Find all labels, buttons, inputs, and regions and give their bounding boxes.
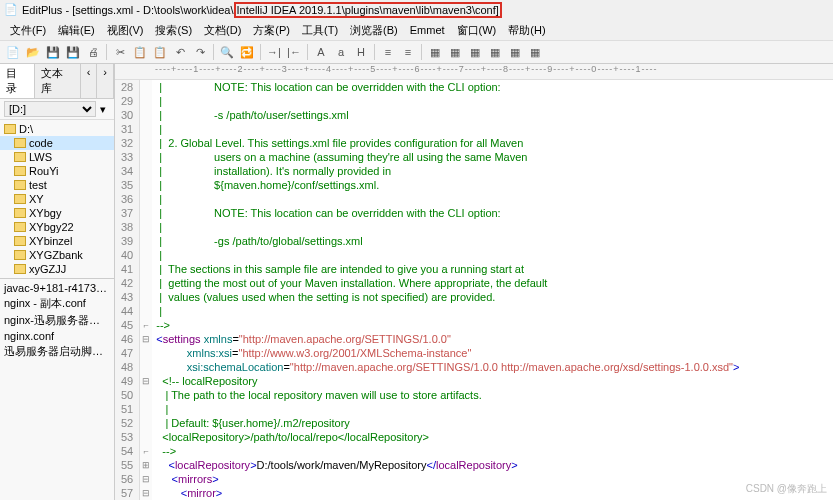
folder-icon bbox=[14, 236, 26, 246]
tree-item[interactable]: XYbinzel bbox=[0, 234, 114, 248]
h-button[interactable]: H bbox=[352, 43, 370, 61]
menu-item[interactable]: 帮助(H) bbox=[502, 23, 551, 38]
folder-icon bbox=[14, 152, 26, 162]
b4-button[interactable]: ▦ bbox=[486, 43, 504, 61]
b2-button[interactable]: ▦ bbox=[446, 43, 464, 61]
tree-item[interactable]: test bbox=[0, 178, 114, 192]
replace-button[interactable]: 🔁 bbox=[238, 43, 256, 61]
folder-icon bbox=[14, 264, 26, 274]
menu-item[interactable]: 编辑(E) bbox=[52, 23, 101, 38]
a2-button[interactable]: a bbox=[332, 43, 350, 61]
code-content[interactable]: | NOTE: This location can be overridden … bbox=[152, 80, 833, 500]
tree-item[interactable]: XYbgy22 bbox=[0, 220, 114, 234]
new-button[interactable]: 📄 bbox=[4, 43, 22, 61]
file-item[interactable]: nginx-迅易服务器备份202 bbox=[0, 312, 114, 329]
folder-icon bbox=[14, 222, 26, 232]
save-button[interactable]: 💾 bbox=[44, 43, 62, 61]
open-button[interactable]: 📂 bbox=[24, 43, 42, 61]
ruler: ----+----1----+----2----+----3----+----4… bbox=[115, 64, 833, 80]
drive-select[interactable]: [D:] bbox=[4, 101, 96, 117]
file-item[interactable]: javac-9+181-r4173-1.jar bbox=[0, 281, 114, 295]
redo-button[interactable]: ↷ bbox=[191, 43, 209, 61]
tree-item[interactable]: xyGZJJ bbox=[0, 262, 114, 276]
file-item[interactable]: nginx.conf bbox=[0, 329, 114, 343]
menu-item[interactable]: 窗口(W) bbox=[451, 23, 503, 38]
sidebar: 目录 文本库 ‹ › [D:] ▾ D:\codeLWSRouYitestXYX… bbox=[0, 64, 115, 500]
title-highlight: IntelliJ IDEA 2019.1.1\plugins\maven\lib… bbox=[234, 2, 502, 18]
tree-item[interactable]: RouYi bbox=[0, 164, 114, 178]
fold-column[interactable]: ⌐⊟⊟⌐⊞⊟⊟⌐⌐⊟ bbox=[140, 80, 152, 500]
toolbar: 📄📂💾💾🖨✂📋📋↶↷🔍🔁→||←AaH≡≡▦▦▦▦▦▦ bbox=[0, 40, 833, 64]
folder-icon bbox=[14, 194, 26, 204]
menu-item[interactable]: 文档(D) bbox=[198, 23, 247, 38]
folder-icon bbox=[14, 166, 26, 176]
folder-tree: D:\codeLWSRouYitestXYXYbgyXYbgy22XYbinze… bbox=[0, 120, 114, 279]
watermark: CSDN @像奔跑上 bbox=[746, 482, 827, 496]
tree-item[interactable]: D:\ bbox=[0, 122, 114, 136]
g1-button[interactable]: ≡ bbox=[379, 43, 397, 61]
tree-item[interactable]: XYbgy bbox=[0, 206, 114, 220]
window-title: EditPlus - [settings.xml - D:\tools\work… bbox=[22, 4, 502, 16]
file-item[interactable]: nginx - 副本.conf bbox=[0, 295, 114, 312]
app-icon: 📄 bbox=[4, 3, 18, 17]
tab-textlib[interactable]: 文本库 bbox=[35, 64, 81, 98]
menu-bar: 文件(F)编辑(E)视图(V)搜索(S)文档(D)方案(P)工具(T)浏览器(B… bbox=[0, 20, 833, 40]
folder-icon bbox=[4, 124, 16, 134]
tab-directory[interactable]: 目录 bbox=[0, 64, 35, 98]
code-area[interactable]: 2829303132333435363738394041424344454647… bbox=[115, 80, 833, 500]
g2-button[interactable]: ≡ bbox=[399, 43, 417, 61]
editor: ----+----1----+----2----+----3----+----4… bbox=[115, 64, 833, 500]
menu-item[interactable]: 方案(P) bbox=[247, 23, 296, 38]
print-button[interactable]: 🖨 bbox=[84, 43, 102, 61]
a1-button[interactable]: A bbox=[312, 43, 330, 61]
outdent-button[interactable]: |← bbox=[285, 43, 303, 61]
tree-item[interactable]: XYGZbank bbox=[0, 248, 114, 262]
copy-button[interactable]: 📋 bbox=[131, 43, 149, 61]
b6-button[interactable]: ▦ bbox=[526, 43, 544, 61]
folder-icon bbox=[14, 138, 26, 148]
sidebar-tabs: 目录 文本库 ‹ › bbox=[0, 64, 114, 99]
sidebar-nav-left[interactable]: ‹ bbox=[81, 64, 98, 98]
menu-item[interactable]: Emmet bbox=[404, 24, 451, 36]
menu-item[interactable]: 视图(V) bbox=[101, 23, 150, 38]
folder-icon bbox=[14, 180, 26, 190]
tree-item[interactable]: XY bbox=[0, 192, 114, 206]
line-gutter: 2829303132333435363738394041424344454647… bbox=[115, 80, 140, 500]
menu-item[interactable]: 浏览器(B) bbox=[344, 23, 404, 38]
drive-dropdown-icon[interactable]: ▾ bbox=[96, 103, 110, 116]
sidebar-nav-right[interactable]: › bbox=[97, 64, 114, 98]
indent-button[interactable]: →| bbox=[265, 43, 283, 61]
b5-button[interactable]: ▦ bbox=[506, 43, 524, 61]
title-bar: 📄 EditPlus - [settings.xml - D:\tools\wo… bbox=[0, 0, 833, 20]
tree-item[interactable]: LWS bbox=[0, 150, 114, 164]
menu-item[interactable]: 文件(F) bbox=[4, 23, 52, 38]
tree-item[interactable]: code bbox=[0, 136, 114, 150]
file-list: javac-9+181-r4173-1.jarnginx - 副本.confng… bbox=[0, 279, 114, 500]
b1-button[interactable]: ▦ bbox=[426, 43, 444, 61]
menu-item[interactable]: 搜索(S) bbox=[149, 23, 198, 38]
cut-button[interactable]: ✂ bbox=[111, 43, 129, 61]
file-item[interactable]: 迅易服务器启动脚本.vbs bbox=[0, 343, 114, 360]
find-button[interactable]: 🔍 bbox=[218, 43, 236, 61]
menu-item[interactable]: 工具(T) bbox=[296, 23, 344, 38]
undo-button[interactable]: ↶ bbox=[171, 43, 189, 61]
drive-selector-row: [D:] ▾ bbox=[0, 99, 114, 120]
paste-button[interactable]: 📋 bbox=[151, 43, 169, 61]
folder-icon bbox=[14, 250, 26, 260]
save-all-button[interactable]: 💾 bbox=[64, 43, 82, 61]
b3-button[interactable]: ▦ bbox=[466, 43, 484, 61]
folder-icon bbox=[14, 208, 26, 218]
